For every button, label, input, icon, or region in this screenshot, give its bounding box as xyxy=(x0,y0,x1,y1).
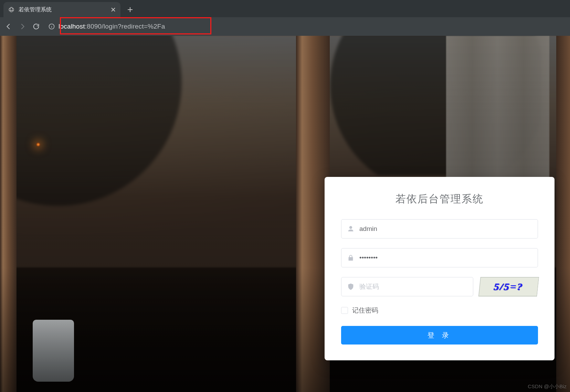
password-field[interactable] xyxy=(341,248,538,267)
user-icon xyxy=(347,225,355,233)
remember-label: 记住密码 xyxy=(352,306,378,315)
site-info-icon[interactable] xyxy=(48,23,55,30)
username-field[interactable] xyxy=(341,219,538,239)
reload-button[interactable] xyxy=(32,23,40,30)
login-title: 若依后台管理系统 xyxy=(341,192,538,206)
close-icon[interactable] xyxy=(111,7,116,12)
tab-bar: 若依管理系统 xyxy=(0,0,570,17)
globe-icon xyxy=(8,7,14,13)
username-input[interactable] xyxy=(359,225,532,233)
browser-chrome: 若依管理系统 localhost:8090/login?redirect=%2F… xyxy=(0,0,570,36)
remember-checkbox[interactable] xyxy=(341,307,348,314)
browser-tab-active[interactable]: 若依管理系统 xyxy=(3,2,120,17)
watermark-text: CSDN @小小Biz xyxy=(528,383,567,390)
shield-icon xyxy=(347,283,355,290)
remember-row: 记住密码 xyxy=(341,306,538,315)
password-input[interactable] xyxy=(359,254,532,262)
login-card: 若依后台管理系统 5/5=? 记住密码 登 录 xyxy=(325,177,555,360)
address-bar[interactable]: localhost:8090/login?redirect=%2Fa xyxy=(46,20,565,33)
forward-button[interactable] xyxy=(19,23,26,30)
login-button[interactable]: 登 录 xyxy=(341,326,538,345)
plus-icon xyxy=(127,7,133,12)
captcha-input[interactable] xyxy=(359,283,467,290)
captcha-field[interactable] xyxy=(341,277,473,296)
page-background: 若依后台管理系统 5/5=? 记住密码 登 录 CSDN @小小Biz xyxy=(0,36,570,392)
nav-bar: localhost:8090/login?redirect=%2Fa xyxy=(0,17,570,36)
tab-title: 若依管理系统 xyxy=(19,6,107,13)
address-text: localhost:8090/login?redirect=%2Fa xyxy=(59,23,165,30)
back-button[interactable] xyxy=(5,23,12,30)
captcha-image[interactable]: 5/5=? xyxy=(478,277,539,296)
new-tab-button[interactable] xyxy=(124,3,136,16)
lock-icon xyxy=(347,254,355,262)
